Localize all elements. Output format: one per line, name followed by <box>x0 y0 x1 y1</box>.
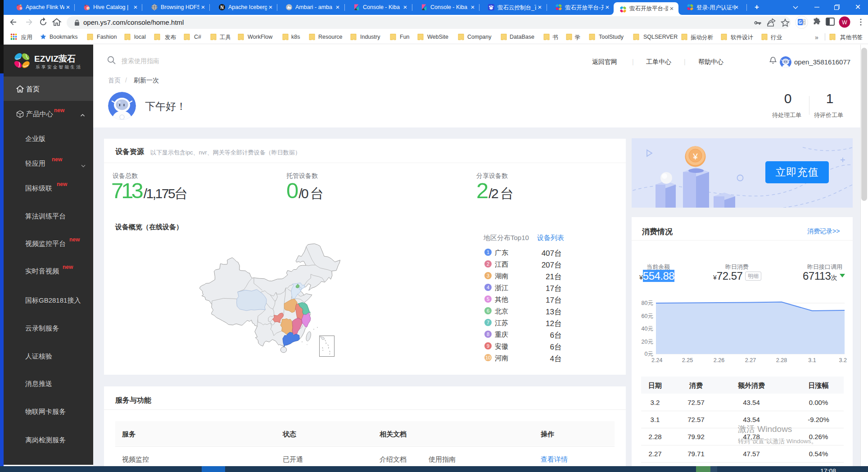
svg-text:0元: 0元 <box>645 351 653 357</box>
svg-text:2.28: 2.28 <box>776 357 787 363</box>
svg-text:20元: 20元 <box>642 339 653 345</box>
svg-text:2.24: 2.24 <box>651 357 662 363</box>
svg-text:3.1: 3.1 <box>808 357 816 363</box>
svg-text:N: N <box>220 5 223 10</box>
svg-text:3.2: 3.2 <box>839 357 847 363</box>
svg-text:2.27: 2.27 <box>745 357 756 363</box>
svg-text:¥: ¥ <box>692 152 698 161</box>
svg-text:80元: 80元 <box>642 300 653 306</box>
svg-text:40元: 40元 <box>642 326 653 332</box>
svg-text:W: W <box>842 19 847 26</box>
svg-text:2.26: 2.26 <box>714 357 724 363</box>
svg-text:2.25: 2.25 <box>682 357 693 363</box>
svg-text:G: G <box>799 20 802 25</box>
svg-text:60元: 60元 <box>642 313 653 319</box>
